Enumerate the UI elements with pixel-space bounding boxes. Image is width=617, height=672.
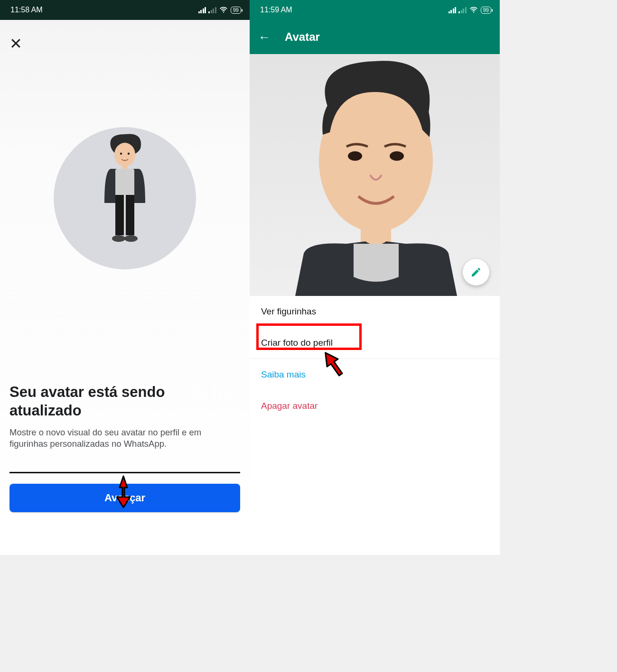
avatar-image — [89, 132, 160, 255]
wifi-icon — [219, 5, 228, 15]
svg-point-1 — [114, 143, 135, 166]
battery-icon: 99 — [231, 7, 241, 14]
signal-icon — [198, 7, 206, 13]
close-icon[interactable]: ✕ — [9, 35, 22, 52]
annotation-arrow-icon — [110, 474, 137, 508]
wifi-icon — [469, 5, 478, 15]
status-bar: 11:58 AM 99 — [0, 0, 250, 20]
avatar-menu: Ver figurinhas Criar foto do perfil Saib… — [250, 296, 500, 422]
annotation-arrow-icon — [321, 348, 347, 382]
menu-view-stickers[interactable]: Ver figurinhas — [250, 296, 500, 327]
avatar-preview — [0, 51, 250, 269]
svg-point-8 — [112, 235, 125, 242]
back-icon[interactable]: ← — [258, 30, 271, 45]
status-time: 11:58 AM — [10, 6, 43, 14]
svg-point-3 — [128, 153, 130, 155]
status-time: 11:59 AM — [260, 6, 292, 14]
phone-screen-avatar-updating: 11:58 AM 99 ✕ — [0, 0, 250, 555]
svg-point-10 — [473, 12, 474, 13]
annotation-highlight — [256, 323, 362, 350]
avatar-circle — [54, 127, 196, 269]
avatar-hero — [250, 54, 500, 296]
battery-icon: 99 — [481, 7, 491, 14]
page-description: Mostre o novo visual do seu avatar no pe… — [9, 427, 240, 451]
svg-rect-6 — [115, 195, 124, 235]
svg-point-12 — [348, 151, 362, 161]
app-header: ← Avatar — [250, 20, 500, 54]
status-bar: 11:59 AM 99 — [250, 0, 500, 20]
phone-screen-avatar-settings: 11:59 AM 99 ← Avatar — [250, 0, 500, 555]
pencil-icon — [470, 267, 482, 278]
svg-point-9 — [124, 235, 138, 242]
header-title: Avatar — [285, 30, 320, 44]
avatar-image — [271, 54, 479, 296]
page-title: Seu avatar está sendo atualizado — [9, 383, 240, 420]
svg-point-13 — [390, 151, 404, 161]
svg-rect-7 — [126, 195, 134, 235]
menu-delete-avatar[interactable]: Apagar avatar — [250, 390, 500, 422]
svg-point-2 — [120, 153, 122, 155]
status-icons: 99 — [198, 5, 241, 15]
signal-icon — [458, 7, 467, 13]
status-icons: 99 — [449, 5, 491, 15]
svg-rect-5 — [115, 169, 134, 195]
signal-icon — [208, 7, 216, 13]
menu-learn-more[interactable]: Saiba mais — [250, 359, 500, 390]
svg-rect-4 — [122, 164, 128, 169]
edit-avatar-button[interactable] — [463, 259, 489, 285]
svg-point-0 — [223, 12, 224, 13]
signal-icon — [449, 7, 457, 13]
